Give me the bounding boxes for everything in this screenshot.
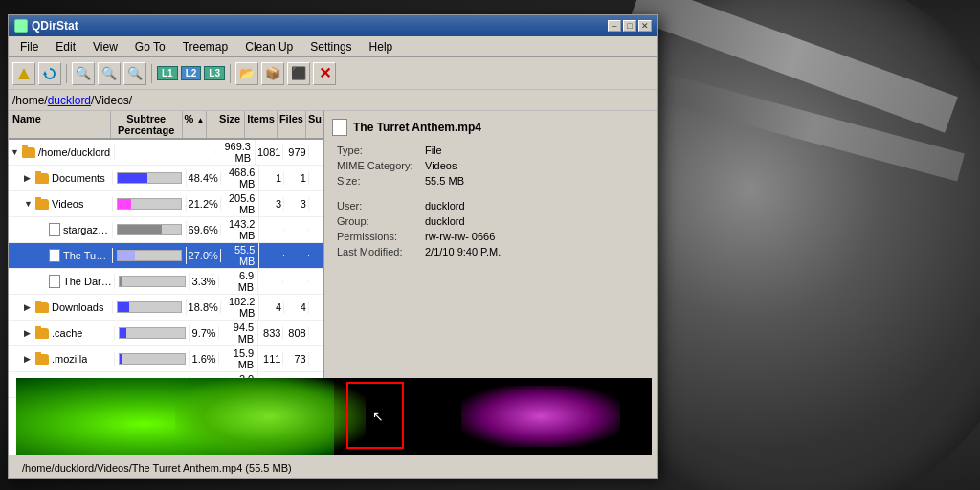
row-pct-mozilla: 1.6% xyxy=(190,352,219,366)
btn-delete[interactable]: ✕ xyxy=(313,62,336,85)
tm-purple xyxy=(461,386,620,447)
row-files-home-ducklord: 979 xyxy=(283,145,308,159)
name-text-videos: Videos xyxy=(52,198,83,210)
tm-green-center xyxy=(175,378,366,455)
row-files-mozilla: 73 xyxy=(283,352,308,366)
details-row-perms: Permissions: rw-rw-rw- 0666 xyxy=(334,230,648,243)
mime-label: MIME Category: xyxy=(334,159,420,172)
row-items-stargazer xyxy=(259,229,284,231)
btn-package[interactable]: 📦 xyxy=(261,62,284,85)
header-items[interactable]: Items xyxy=(245,111,278,138)
folder-icon-mozilla xyxy=(35,354,49,365)
menu-cleanup[interactable]: Clean Up xyxy=(237,38,301,56)
label-l3[interactable]: L3 xyxy=(204,66,225,80)
tree-row-turret[interactable]: The Turret Anthem.mp427.0%55.5 MB xyxy=(9,243,323,269)
row-su-cache xyxy=(309,332,323,334)
app-title: QDirStat xyxy=(32,19,78,33)
row-files-downloads: 4 xyxy=(284,301,309,314)
expand-arrow-documents[interactable]: ▶ xyxy=(24,173,35,183)
btn-zoom-out[interactable]: 🔍 xyxy=(98,62,121,85)
row-pct-home-ducklord xyxy=(189,151,215,153)
svg-marker-1 xyxy=(43,71,47,75)
menu-view[interactable]: View xyxy=(85,38,125,56)
row-items-mozilla: 111 xyxy=(258,352,283,366)
file-icon-dark-knight xyxy=(49,275,60,288)
tree-row-stargazer[interactable]: stargazer_HD_demoscene.mp469.6%143.2 MB xyxy=(9,217,323,243)
name-text-turret: The Turret Anthem.mp4 xyxy=(63,250,110,261)
expand-arrow-home-ducklord[interactable]: ▼ xyxy=(11,147,22,157)
name-text-dark-knight: The Dark Knight Rises Trailer.mp4 xyxy=(63,276,112,287)
tree-row-documents[interactable]: ▶Documents48.4%468.6 MB11 xyxy=(9,166,323,191)
name-text-home-ducklord: /home/ducklord xyxy=(38,146,110,158)
menu-file[interactable]: File xyxy=(12,38,46,56)
subtree-bar-downloads xyxy=(113,299,187,316)
tree-row-home-ducklord[interactable]: ▼/home/ducklord969.3 MB1081979 xyxy=(9,140,323,166)
menu-help[interactable]: Help xyxy=(362,38,401,56)
menu-goto[interactable]: Go To xyxy=(127,38,173,56)
toolbar: 🔍 🔍 🔍 L1 L2 L3 📂 📦 ⬛ ✕ xyxy=(9,57,657,90)
path-prefix: /home/ xyxy=(12,94,48,107)
maximize-button[interactable]: □ xyxy=(623,20,636,32)
tree-row-dark-knight[interactable]: The Dark Knight Rises Trailer.mp43.3%6.9… xyxy=(9,269,323,295)
window-controls: – □ ✕ xyxy=(608,20,652,32)
app-icon xyxy=(14,19,28,33)
expand-arrow-downloads[interactable]: ▶ xyxy=(24,302,35,312)
row-su-turret xyxy=(309,255,323,256)
file-icon-stargazer xyxy=(49,223,60,236)
details-title: The Turret Anthem.mp4 xyxy=(332,119,650,136)
row-name-cache: ▶.cache xyxy=(9,326,115,340)
menu-edit[interactable]: Edit xyxy=(48,38,83,56)
row-pct-downloads: 18.8% xyxy=(187,301,221,314)
row-pct-dark-knight: 3.3% xyxy=(190,275,219,288)
menu-treemap[interactable]: Treemap xyxy=(175,38,236,56)
row-size-turret: 55.5 MB xyxy=(221,243,260,268)
subtree-bar-documents xyxy=(113,169,187,187)
header-subtree[interactable]: Subtree Percentage xyxy=(111,111,183,138)
row-size-dark-knight: 6.9 MB xyxy=(219,269,259,294)
tree-row-mozilla[interactable]: ▶.mozilla1.6%15.9 MB11173 xyxy=(9,346,323,372)
tree-row-downloads[interactable]: ▶Downloads18.8%182.2 MB44 xyxy=(9,295,323,321)
minimize-button[interactable]: – xyxy=(608,20,621,32)
folder-icon-videos xyxy=(35,199,49,210)
path-suffix: /Videos/ xyxy=(91,94,132,107)
file-icon-turret xyxy=(49,249,60,262)
tree-row-videos[interactable]: ▼Videos21.2%205.6 MB33 xyxy=(9,191,323,217)
type-value: File xyxy=(422,144,648,157)
row-items-home-ducklord: 1081 xyxy=(256,145,283,159)
subtree-bar-turret xyxy=(113,247,187,264)
treemap-area[interactable]: ↖ xyxy=(16,378,652,455)
expand-arrow-mozilla[interactable]: ▶ xyxy=(24,354,35,364)
subtree-bar-videos xyxy=(113,195,187,212)
btn-up[interactable] xyxy=(12,62,35,85)
row-name-mozilla: ▶.mozilla xyxy=(9,352,115,366)
btn-zoom-reset[interactable]: 🔍 xyxy=(123,62,146,85)
row-name-dark-knight: The Dark Knight Rises Trailer.mp4 xyxy=(9,274,115,289)
title-bar-left: QDirStat xyxy=(14,19,78,33)
expand-arrow-cache[interactable]: ▶ xyxy=(24,328,35,338)
details-row-type: Type: File xyxy=(334,144,648,157)
row-name-videos: ▼Videos xyxy=(9,197,113,211)
btn-record[interactable]: ⬛ xyxy=(287,62,310,85)
type-label: Type: xyxy=(334,144,420,157)
svg-marker-0 xyxy=(18,68,30,79)
row-items-downloads: 4 xyxy=(259,301,284,314)
header-files[interactable]: Files xyxy=(278,111,306,138)
path-link[interactable]: ducklord xyxy=(48,94,91,107)
label-l1[interactable]: L1 xyxy=(157,66,178,80)
row-name-downloads: ▶Downloads xyxy=(9,301,113,314)
expand-arrow-videos[interactable]: ▼ xyxy=(24,199,35,209)
menu-bar: File Edit View Go To Treemap Clean Up Se… xyxy=(9,36,657,57)
tree-rows-container: ▼/home/ducklord969.3 MB1081979▶Documents… xyxy=(9,140,323,398)
menu-settings[interactable]: Settings xyxy=(302,38,359,56)
group-value: ducklord xyxy=(422,214,648,228)
btn-open[interactable]: 📂 xyxy=(235,62,258,85)
btn-zoom-in[interactable]: 🔍 xyxy=(72,62,95,85)
btn-refresh[interactable] xyxy=(38,62,61,85)
tree-row-cache[interactable]: ▶.cache9.7%94.5 MB833808 xyxy=(9,321,323,346)
row-items-dark-knight xyxy=(258,280,283,282)
user-label: User: xyxy=(334,199,420,212)
header-size[interactable]: Size xyxy=(207,111,245,138)
label-l2[interactable]: L2 xyxy=(181,66,202,80)
close-button[interactable]: ✕ xyxy=(638,20,652,32)
header-su[interactable]: Su xyxy=(306,111,323,138)
